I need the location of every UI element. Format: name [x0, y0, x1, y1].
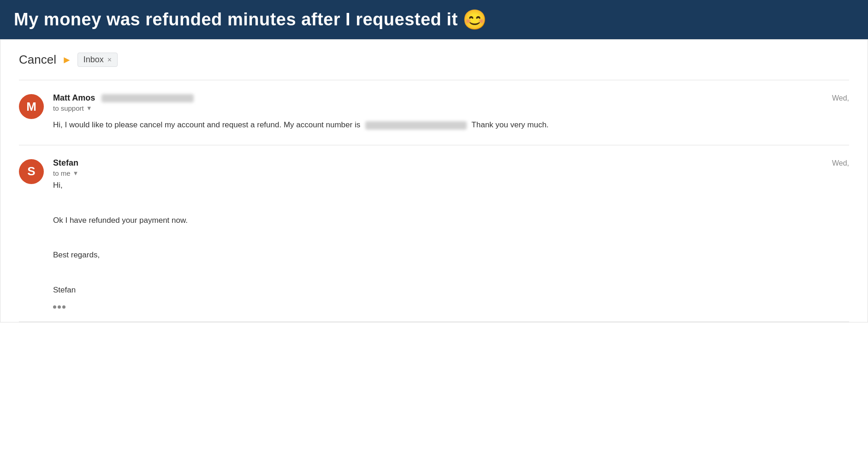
cancel-link[interactable]: Cancel [19, 53, 56, 67]
avatar-stefan: S [19, 159, 44, 184]
inbox-close-icon[interactable]: × [107, 56, 112, 64]
inbox-label: Inbox [83, 55, 104, 65]
top-banner: My money was refunded minutes after I re… [0, 0, 868, 39]
to-line-matt: to support ▼ [53, 104, 194, 112]
sender-info-stefan: Stefan to me ▼ [53, 158, 78, 177]
to-dropdown-arrow-matt[interactable]: ▼ [86, 105, 92, 112]
breadcrumb-arrow-icon: ► [62, 54, 72, 66]
body-line-stefan: Stefan [53, 284, 849, 297]
sender-info-matt: Matt Amos to support ▼ [53, 93, 194, 112]
to-label-stefan: to me [53, 169, 71, 177]
email-body-stefan: Hi, Ok I have refunded your payment now.… [53, 179, 849, 297]
sender-email-blur-matt [101, 94, 194, 102]
email-entry-2: S Stefan to me ▼ Wed, [19, 145, 849, 322]
email-header-2: Stefan to me ▼ Wed, [53, 158, 849, 177]
more-dot-2 [58, 305, 61, 309]
more-dot-3 [62, 305, 65, 309]
sender-name-stefan: Stefan [53, 158, 78, 168]
body-line-stefan: Hi, [53, 179, 849, 192]
body-line-stefan: Best regards, [53, 249, 849, 262]
email-body-matt: Hi, I would like to please cancel my acc… [53, 119, 849, 132]
email-body-wrapper-2: Stefan to me ▼ Wed, Hi, Ok I have refund… [53, 158, 849, 309]
to-line-stefan: to me ▼ [53, 169, 78, 177]
email-date-matt: Wed, [832, 94, 849, 102]
more-options-button[interactable] [53, 305, 849, 309]
body-prefix-matt: Hi, I would like to please cancel my acc… [53, 120, 360, 129]
inbox-badge[interactable]: Inbox × [77, 53, 118, 67]
email-entry-1: M Matt Amos to support ▼ Wed, [19, 80, 849, 145]
main-content: Cancel ► Inbox × M Matt Amos to suppor [0, 39, 868, 322]
sender-name-row-matt: Matt Amos [53, 93, 194, 103]
sender-name-matt: Matt Amos [53, 93, 95, 103]
banner-emoji: 😊 [463, 8, 487, 31]
banner-text: My money was refunded minutes after I re… [14, 9, 458, 30]
email-header-1: Matt Amos to support ▼ Wed, [53, 93, 849, 112]
to-dropdown-arrow-stefan[interactable]: ▼ [73, 170, 79, 177]
email-body-wrapper-1: Matt Amos to support ▼ Wed, Hi, I would … [53, 93, 849, 132]
body-suffix-matt: Thank you very much. [471, 120, 548, 129]
breadcrumb-bar: Cancel ► Inbox × [19, 53, 849, 67]
to-label-matt: to support [53, 104, 84, 112]
avatar-matt: M [19, 94, 44, 119]
body-line-stefan: Ok I have refunded your payment now. [53, 214, 849, 227]
email-thread: M Matt Amos to support ▼ Wed, [19, 80, 849, 322]
body-blur-matt [365, 121, 467, 130]
more-dot-1 [53, 305, 56, 309]
email-date-stefan: Wed, [832, 159, 849, 167]
sender-name-row-stefan: Stefan [53, 158, 78, 168]
